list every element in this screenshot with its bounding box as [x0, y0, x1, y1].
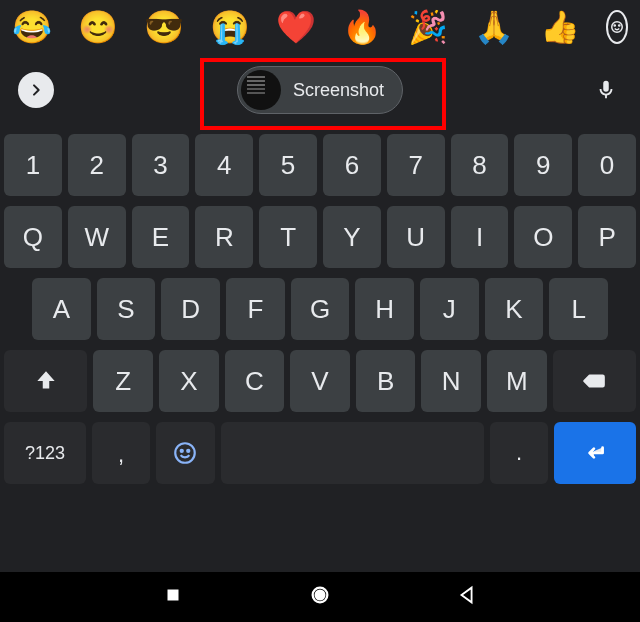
emoji-more-button[interactable]: [606, 10, 628, 44]
key-emoji[interactable]: [156, 422, 214, 484]
emoji-heart[interactable]: ❤️: [276, 11, 316, 43]
nav-back-button[interactable]: [456, 584, 478, 610]
key-d[interactable]: D: [161, 278, 220, 340]
emoji-cry[interactable]: 😭: [210, 11, 250, 43]
svg-point-5: [188, 450, 190, 452]
keyboard-row-numbers: 1 2 3 4 5 6 7 8 9 0: [4, 134, 636, 196]
key-t[interactable]: T: [259, 206, 317, 268]
key-m[interactable]: M: [487, 350, 547, 412]
key-i[interactable]: I: [451, 206, 509, 268]
key-l[interactable]: L: [549, 278, 608, 340]
svg-point-4: [181, 450, 183, 452]
svg-point-8: [314, 590, 325, 601]
key-symbols[interactable]: ?123: [4, 422, 86, 484]
key-0[interactable]: 0: [578, 134, 636, 196]
key-space[interactable]: [221, 422, 484, 484]
key-6[interactable]: 6: [323, 134, 381, 196]
keyboard-row-bottom: ?123 , .: [4, 422, 636, 484]
emoji-suggestion-row: 😂 😊 😎 😭 ❤️ 🔥 🎉 🙏 👍: [0, 0, 640, 54]
key-p[interactable]: P: [578, 206, 636, 268]
keyboard-row-qwerty: Q W E R T Y U I O P: [4, 206, 636, 268]
nav-recent-button[interactable]: [162, 584, 184, 610]
emoji-fire[interactable]: 🔥: [342, 11, 382, 43]
key-u[interactable]: U: [387, 206, 445, 268]
key-k[interactable]: K: [485, 278, 544, 340]
key-shift[interactable]: [4, 350, 87, 412]
keyboard-row-asdf: A S D F G H J K L: [4, 278, 636, 340]
svg-point-2: [619, 25, 620, 26]
emoji-joy[interactable]: 😂: [12, 11, 52, 43]
emoji-pray[interactable]: 🙏: [474, 11, 514, 43]
key-g[interactable]: G: [291, 278, 350, 340]
emoji-thumbsup[interactable]: 👍: [540, 11, 580, 43]
key-x[interactable]: X: [159, 350, 219, 412]
key-b[interactable]: B: [356, 350, 416, 412]
keyboard: 1 2 3 4 5 6 7 8 9 0 Q W E R T Y U I O P …: [0, 126, 640, 498]
android-navbar: [0, 572, 640, 622]
svg-point-1: [614, 25, 615, 26]
key-backspace[interactable]: [553, 350, 636, 412]
clipboard-thumbnail: [241, 70, 281, 110]
key-c[interactable]: C: [225, 350, 285, 412]
keyboard-row-zxcv: Z X C V B N M: [4, 350, 636, 412]
svg-point-0: [612, 22, 623, 33]
key-2[interactable]: 2: [68, 134, 126, 196]
key-3[interactable]: 3: [132, 134, 190, 196]
key-7[interactable]: 7: [387, 134, 445, 196]
key-comma[interactable]: ,: [92, 422, 150, 484]
key-8[interactable]: 8: [451, 134, 509, 196]
key-h[interactable]: H: [355, 278, 414, 340]
key-o[interactable]: O: [514, 206, 572, 268]
key-1[interactable]: 1: [4, 134, 62, 196]
expand-toolbar-button[interactable]: [18, 72, 54, 108]
key-a[interactable]: A: [32, 278, 91, 340]
key-j[interactable]: J: [420, 278, 479, 340]
svg-rect-6: [168, 590, 179, 601]
key-9[interactable]: 9: [514, 134, 572, 196]
emoji-party[interactable]: 🎉: [408, 11, 448, 43]
emoji-smile[interactable]: 😊: [78, 11, 118, 43]
key-enter[interactable]: [554, 422, 636, 484]
key-w[interactable]: W: [68, 206, 126, 268]
key-4[interactable]: 4: [195, 134, 253, 196]
key-v[interactable]: V: [290, 350, 350, 412]
clipboard-suggestion-chip[interactable]: Screenshot: [237, 66, 403, 114]
key-f[interactable]: F: [226, 278, 285, 340]
clipboard-label: Screenshot: [293, 80, 384, 101]
key-s[interactable]: S: [97, 278, 156, 340]
key-r[interactable]: R: [195, 206, 253, 268]
key-e[interactable]: E: [132, 206, 190, 268]
voice-input-button[interactable]: [590, 74, 622, 106]
svg-point-3: [176, 443, 196, 463]
key-q[interactable]: Q: [4, 206, 62, 268]
nav-home-button[interactable]: [309, 584, 331, 610]
key-y[interactable]: Y: [323, 206, 381, 268]
suggestion-bar: Screenshot: [0, 54, 640, 126]
key-period[interactable]: .: [490, 422, 548, 484]
key-z[interactable]: Z: [93, 350, 153, 412]
key-n[interactable]: N: [421, 350, 481, 412]
emoji-sunglasses[interactable]: 😎: [144, 11, 184, 43]
key-5[interactable]: 5: [259, 134, 317, 196]
